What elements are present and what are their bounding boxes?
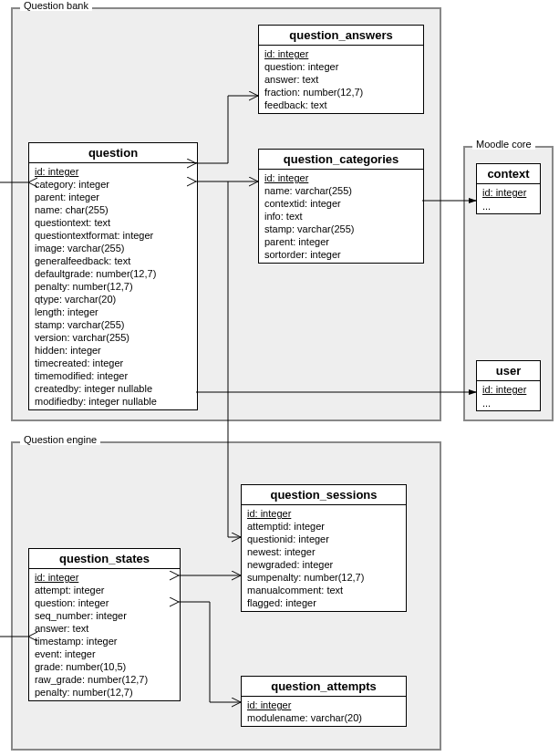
field: answer: text — [35, 622, 174, 635]
field: name: char(255) — [35, 203, 192, 216]
entity-question-states: question_states id: integer attempt: int… — [28, 548, 181, 701]
group-label-moodle-core: Moodle core — [472, 139, 535, 150]
ellipsis: ... — [477, 398, 540, 410]
entity-title: question_attempts — [242, 677, 406, 697]
entity-title: question_sessions — [242, 485, 406, 505]
field: penalty: number(12,7) — [35, 686, 174, 699]
entity-question-attempts: question_attempts id: integer modulename… — [241, 676, 407, 727]
field: id: integer — [35, 571, 174, 584]
ellipsis: ... — [477, 201, 540, 213]
field: stamp: varchar(255) — [264, 223, 418, 235]
entity-user: user id: integer ... — [476, 360, 541, 411]
field: id: integer — [482, 383, 534, 396]
entity-title: user — [477, 361, 540, 381]
field: sumpenalty: number(12,7) — [247, 571, 400, 584]
entity-body: id: integer — [477, 381, 540, 398]
field: length: integer — [35, 306, 192, 318]
field: timemodified: integer — [35, 369, 192, 382]
field: feedback: text — [264, 98, 418, 111]
field: grade: number(10,5) — [35, 660, 174, 673]
field: questiontext: text — [35, 216, 192, 229]
field: image: varchar(255) — [35, 242, 192, 254]
field: info: text — [264, 210, 418, 223]
field: qtype: varchar(20) — [35, 293, 192, 306]
field: generalfeedback: text — [35, 254, 192, 267]
field: question: integer — [264, 60, 418, 73]
field: answer: text — [264, 73, 418, 86]
field: attemptid: integer — [247, 520, 400, 533]
field: raw_grade: number(12,7) — [35, 673, 174, 686]
field: defaultgrade: number(12,7) — [35, 267, 192, 280]
field: modifiedby: integer nullable — [35, 395, 192, 408]
field: id: integer — [482, 186, 534, 199]
entity-question-answers: question_answers id: integer question: i… — [258, 25, 424, 114]
entity-title: question_states — [29, 549, 180, 569]
entity-body: id: integer modulename: varchar(20) — [242, 697, 406, 726]
entity-title: question_answers — [259, 26, 423, 46]
field: parent: integer — [264, 235, 418, 248]
group-label-question-bank: Question bank — [20, 0, 92, 11]
field: question: integer — [35, 596, 174, 609]
field: name: varchar(255) — [264, 184, 418, 197]
entity-title: context — [477, 164, 540, 184]
field: id: integer — [264, 47, 418, 60]
entity-question: question id: integer category: integer p… — [28, 142, 198, 410]
field: id: integer — [264, 171, 418, 184]
field: parent: integer — [35, 191, 192, 203]
field: fraction: number(12,7) — [264, 86, 418, 98]
field: seq_number: integer — [35, 609, 174, 622]
field: id: integer — [247, 699, 400, 711]
field: modulename: varchar(20) — [247, 711, 400, 724]
entity-title-question: question — [29, 143, 197, 163]
field: attempt: integer — [35, 584, 174, 596]
entity-title: question_categories — [259, 150, 423, 170]
entity-body: id: integer — [477, 184, 540, 201]
field: id: integer — [35, 165, 192, 178]
entity-context: context id: integer ... — [476, 163, 541, 214]
field: version: varchar(255) — [35, 331, 192, 344]
entity-body: id: integer attempt: integer question: i… — [29, 569, 180, 700]
field: flagged: integer — [247, 596, 400, 609]
field: questionid: integer — [247, 533, 400, 545]
entity-body: id: integer name: varchar(255) contextid… — [259, 170, 423, 263]
field: event: integer — [35, 647, 174, 660]
field: createdby: integer nullable — [35, 382, 192, 395]
group-label-question-engine: Question engine — [20, 434, 100, 445]
field: newest: integer — [247, 545, 400, 558]
field: id: integer — [247, 507, 400, 520]
field: category: integer — [35, 178, 192, 191]
field: penalty: number(12,7) — [35, 280, 192, 293]
field: newgraded: integer — [247, 558, 400, 571]
entity-question-sessions: question_sessions id: integer attemptid:… — [241, 484, 407, 612]
field: timestamp: integer — [35, 635, 174, 647]
entity-question-categories: question_categories id: integer name: va… — [258, 149, 424, 264]
field: questiontextformat: integer — [35, 229, 192, 242]
field: manualcomment: text — [247, 584, 400, 596]
field: timecreated: integer — [35, 357, 192, 369]
field: sortorder: integer — [264, 248, 418, 261]
field: hidden: integer — [35, 344, 192, 357]
entity-body: id: integer question: integer answer: te… — [259, 46, 423, 113]
field: contextid: integer — [264, 197, 418, 210]
entity-body-question: id: integer category: integer parent: in… — [29, 163, 197, 409]
entity-body: id: integer attemptid: integer questioni… — [242, 505, 406, 611]
field: stamp: varchar(255) — [35, 318, 192, 331]
